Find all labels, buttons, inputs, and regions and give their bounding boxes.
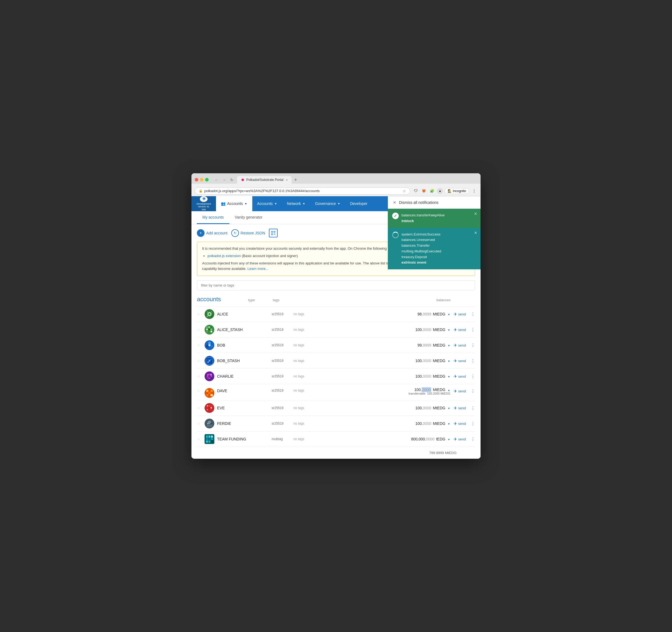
more-bob-stash-button[interactable]: ⋮ xyxy=(471,358,475,364)
svg-rect-10 xyxy=(274,234,274,235)
more-charlie-button[interactable]: ⋮ xyxy=(471,374,475,379)
minimize-window-button[interactable] xyxy=(200,178,203,182)
notif-teal-line4: multisig.MultisigExecuted xyxy=(402,249,476,254)
maximize-window-button[interactable] xyxy=(205,178,209,182)
send-team-funding-button[interactable]: ✈ send xyxy=(454,437,469,442)
star-bob[interactable]: ☆ xyxy=(197,343,205,347)
nav-tab-accounts[interactable]: 👥 Accounts ▼ xyxy=(216,196,252,211)
dismiss-all-close-button[interactable]: ✕ xyxy=(393,200,396,205)
active-tab[interactable]: Polkadot/Substrate Portal × xyxy=(237,176,291,184)
star-eve[interactable]: ☆ xyxy=(197,406,205,410)
svg-rect-5 xyxy=(274,231,275,232)
more-alice-button[interactable]: ⋮ xyxy=(471,312,475,317)
star-dave[interactable]: ☆ xyxy=(197,388,205,393)
svg-point-47 xyxy=(207,377,209,379)
svg-point-46 xyxy=(210,374,212,375)
avatar-bob xyxy=(205,340,214,350)
qr-button[interactable] xyxy=(269,229,278,237)
balance-chevron-team-funding[interactable]: ▼ xyxy=(448,438,450,441)
add-account-button[interactable]: + Add account xyxy=(197,229,227,237)
extension-icon-2[interactable]: 🦊 xyxy=(421,188,427,194)
account-tags-bob: no tags xyxy=(293,343,321,347)
restore-json-button[interactable]: ↻ Restore JSON xyxy=(231,229,265,237)
tab-close-button[interactable]: × xyxy=(286,178,288,182)
balance-chevron-alice-stash[interactable]: ▼ xyxy=(448,329,450,331)
more-bob-button[interactable]: ⋮ xyxy=(471,343,475,348)
nav-tab-network-chevron: ▼ xyxy=(303,202,305,205)
avatar-charlie xyxy=(205,371,214,381)
browser-controls: ← → ↻ Polkadot/Substrate Portal × + xyxy=(195,176,477,184)
balance-chevron-dave[interactable]: ▲ xyxy=(448,389,450,392)
bookmark-icon[interactable]: ☆ xyxy=(403,189,406,193)
balance-chevron-alice[interactable]: ▼ xyxy=(448,313,450,316)
more-alice-stash-button[interactable]: ⋮ xyxy=(471,327,475,332)
svg-rect-59 xyxy=(207,407,208,408)
star-team-funding[interactable]: ☆ xyxy=(197,437,205,441)
dismiss-all-label[interactable]: Dismiss all notifications xyxy=(399,200,438,205)
send-alice-stash-button[interactable]: ✈ send xyxy=(454,327,469,332)
accounts-section: accounts type tags balances ☆ ALICE xyxy=(197,295,475,459)
app-logo[interactable]: ✳ Development version 41 #69 xyxy=(191,196,216,211)
nav-tab-developer[interactable]: Developer xyxy=(345,196,372,211)
account-name-bob: BOB xyxy=(217,343,272,347)
nav-tab-accounts2[interactable]: Accounts ▼ xyxy=(252,196,282,211)
balance-chevron-bob[interactable]: ▼ xyxy=(448,344,450,347)
extension-icon-1[interactable]: 🛡 xyxy=(412,188,419,194)
profile-icon[interactable]: ● xyxy=(437,188,443,194)
sub-tab-my-accounts[interactable]: My accounts xyxy=(197,211,230,224)
more-dave-button[interactable]: ⋮ xyxy=(471,388,475,394)
notification-green-close-button[interactable]: ✕ xyxy=(474,211,477,216)
star-charlie[interactable]: ☆ xyxy=(197,374,205,378)
star-ferdie[interactable]: ☆ xyxy=(197,421,205,426)
send-dave-button[interactable]: ✈ send xyxy=(454,388,469,394)
browser-menu-button[interactable]: ⋮ xyxy=(471,188,477,194)
svg-rect-41 xyxy=(209,360,210,361)
account-type-bob-stash: sr25519 xyxy=(272,359,293,362)
send-charlie-button[interactable]: ✈ send xyxy=(454,374,469,379)
extension-link[interactable]: polkadot-js extension xyxy=(208,254,241,258)
forward-button[interactable]: → xyxy=(221,177,227,183)
send-bob-button[interactable]: ✈ send xyxy=(454,343,469,348)
star-alice-stash[interactable]: ☆ xyxy=(197,327,205,332)
account-name-alice-stash: ALICE_STASH xyxy=(217,327,272,332)
balance-chevron-ferdie[interactable]: ▼ xyxy=(448,422,450,425)
svg-rect-62 xyxy=(207,409,208,411)
sub-tab-vanity[interactable]: Vanity generator xyxy=(230,211,268,224)
refresh-button[interactable]: ↻ xyxy=(229,177,235,183)
more-eve-button[interactable]: ⋮ xyxy=(471,405,475,411)
more-team-funding-button[interactable]: ⋮ xyxy=(471,437,475,442)
balance-chevron-charlie[interactable]: ▼ xyxy=(448,375,450,378)
nav-tab-governance-label: Governance xyxy=(315,202,336,206)
nav-tab-network[interactable]: Network ▼ xyxy=(282,196,310,211)
close-window-button[interactable] xyxy=(195,178,198,182)
notification-teal-close-button[interactable]: ✕ xyxy=(474,231,477,235)
more-ferdie-button[interactable]: ⋮ xyxy=(471,421,475,426)
send-alice-button[interactable]: ✈ send xyxy=(454,312,469,317)
browser-actions: 🛡 🦊 🧩 ● 🕵 Incognito ⋮ xyxy=(412,188,477,194)
incognito-label: Incognito xyxy=(453,189,466,193)
star-alice[interactable]: ☆ xyxy=(197,312,205,316)
send-eve-button[interactable]: ✈ send xyxy=(454,405,469,411)
account-tags-ferdie: no tags xyxy=(293,422,321,425)
nav-tab-governance[interactable]: Governance ▼ xyxy=(310,196,345,211)
learn-more-link[interactable]: Learn more... xyxy=(247,266,268,271)
sub-tab-vanity-label: Vanity generator xyxy=(235,215,263,219)
svg-rect-76 xyxy=(211,438,213,440)
filter-input[interactable] xyxy=(197,280,475,290)
nav-tab-accounts2-label: Accounts xyxy=(257,202,273,206)
send-bob-stash-button[interactable]: ✈ send xyxy=(454,358,469,364)
star-bob-stash[interactable]: ☆ xyxy=(197,358,205,363)
balance-chevron-eve[interactable]: ▼ xyxy=(448,407,450,410)
new-tab-button[interactable]: + xyxy=(292,177,299,184)
address-bar[interactable]: 🔒 polkadot.js.org/apps/?rpc=ws%3A%2F%2F1… xyxy=(195,187,410,194)
back-button[interactable]: ← xyxy=(214,177,219,183)
svg-point-33 xyxy=(210,345,213,348)
notification-green: ✓ balances.transferKeepAlive inblock ✕ xyxy=(388,209,481,228)
svg-point-69 xyxy=(210,423,212,424)
balance-chevron-bob-stash[interactable]: ▼ xyxy=(448,360,450,362)
extensions-icon[interactable]: 🧩 xyxy=(429,188,435,194)
nav-tab-governance-chevron: ▼ xyxy=(338,202,340,205)
send-ferdie-button[interactable]: ✈ send xyxy=(454,421,469,426)
incognito-button[interactable]: 🕵 Incognito xyxy=(445,188,469,194)
send-icon: ✈ xyxy=(454,358,457,364)
